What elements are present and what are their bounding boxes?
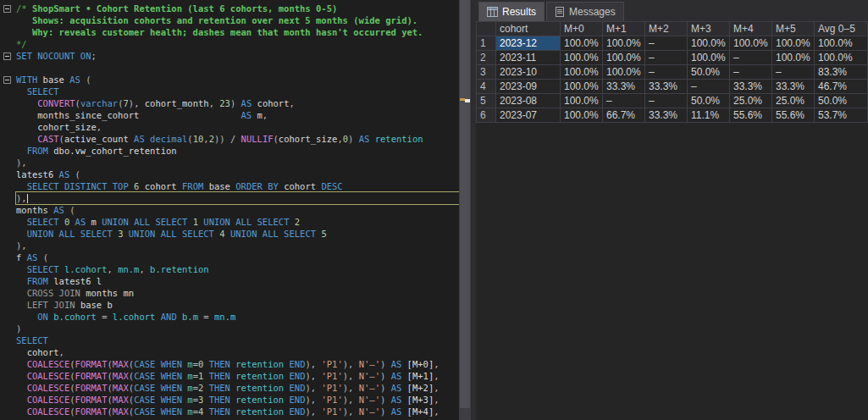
grid-cell-r4-M+2[interactable]: 33.3% [645, 80, 688, 94]
grid-cell-r2-M+4[interactable]: – [730, 51, 772, 65]
grid-cell-r2-cohort[interactable]: 2023-11 [496, 51, 561, 65]
code-line[interactable]: SELECT DISTINCT TOP 6 cohort FROM base O… [16, 180, 459, 192]
row-header-3[interactable]: 3 [477, 65, 496, 80]
grid-cell-r6-Avg 0–5[interactable]: 53.7% [815, 108, 868, 123]
grid-cell-r2-Avg 0–5[interactable]: 100.0% [815, 51, 868, 65]
grid-cell-r3-M+4[interactable]: – [730, 65, 772, 80]
grid-cell-r4-cohort[interactable]: 2023-09 [496, 80, 561, 94]
grid-cell-r5-M+4[interactable]: 25.0% [730, 94, 772, 108]
code-line[interactable]: COALESCE(FORMAT(MAX(CASE WHEN m=2 THEN r… [16, 382, 459, 394]
grid-cell-r1-M+4[interactable]: 100.0% [730, 36, 772, 51]
grid-cell-r5-M+5[interactable]: 25.0% [772, 94, 815, 108]
fold-collapse-icon[interactable] [3, 5, 11, 13]
grid-corner-cell[interactable] [477, 22, 496, 36]
code-line[interactable]: f AS ( [16, 251, 459, 263]
code-line[interactable]: */ [16, 38, 459, 50]
code-line[interactable]: FROM dbo.vw_cohort_retention [16, 145, 459, 157]
code-line[interactable]: ) [16, 323, 459, 334]
code-line[interactable]: COALESCE(FORMAT(MAX(CASE WHEN m=3 THEN r… [16, 394, 459, 406]
grid-cell-r5-M+3[interactable]: 50.0% [688, 94, 730, 108]
grid-cell-r1-cohort[interactable]: 2023-12 [496, 36, 561, 51]
code-line[interactable]: months_since_cohort AS m, [16, 109, 459, 121]
code-line[interactable]: SELECT 0 AS m UNION ALL SELECT 1 UNION A… [16, 216, 459, 228]
grid-cell-r6-M+1[interactable]: 66.7% [603, 108, 645, 123]
grid-cell-r6-M+3[interactable]: 11.1% [688, 108, 730, 123]
scrollbar-thumb[interactable] [460, 0, 470, 408]
grid-cell-r3-M+2[interactable]: – [645, 65, 688, 80]
code-line[interactable]: Why: reveals customer health; dashes mea… [16, 26, 459, 38]
code-line[interactable]: CONVERT(varchar(7), cohort_month, 23) AS… [16, 97, 459, 109]
grid-cell-r4-M+0[interactable]: 100.0% [561, 80, 603, 94]
code-line[interactable]: LEFT JOIN base b [16, 299, 459, 311]
row-header-2[interactable]: 2 [477, 51, 496, 65]
grid-cell-r4-M+3[interactable]: – [688, 80, 730, 94]
grid-cell-r6-M+0[interactable]: 100.0% [561, 108, 603, 123]
grid-cell-r4-M+1[interactable]: 33.3% [603, 80, 645, 94]
grid-cell-r6-cohort[interactable]: 2023-07 [496, 108, 561, 123]
grid-cell-r3-cohort[interactable]: 2023-10 [496, 65, 561, 80]
grid-cell-r3-M+1[interactable]: 100.0% [603, 65, 645, 80]
row-header-5[interactable]: 5 [477, 94, 496, 108]
grid-cell-r1-M+2[interactable]: – [645, 36, 688, 51]
grid-cell-r3-M+3[interactable]: 50.0% [688, 65, 730, 80]
grid-cell-r5-M+0[interactable]: 100.0% [561, 94, 603, 108]
grid-cell-r3-M+0[interactable]: 100.0% [561, 65, 603, 80]
grid-cell-r4-Avg 0–5[interactable]: 46.7% [815, 80, 868, 94]
grid-cell-r5-M+1[interactable]: – [603, 94, 645, 108]
row-header-6[interactable]: 6 [477, 108, 496, 123]
column-header-avg-0–5[interactable]: Avg 0–5 [815, 22, 868, 36]
grid-cell-r6-M+2[interactable]: 33.3% [645, 108, 688, 123]
code-line[interactable]: /* ShopSmart • Cohort Retention (last 6 … [16, 3, 459, 14]
code-line[interactable]: latest6 AS ( [16, 169, 459, 180]
column-header-cohort[interactable]: cohort [496, 22, 561, 36]
editor-vertical-scrollbar[interactable] [459, 0, 471, 420]
tab-messages[interactable]: Messages [546, 2, 624, 21]
grid-cell-r3-Avg 0–5[interactable]: 83.3% [815, 65, 868, 80]
code-line[interactable] [16, 62, 459, 74]
grid-cell-r1-Avg 0–5[interactable]: 100.0% [815, 36, 868, 51]
grid-cell-r4-M+5[interactable]: 33.3% [772, 80, 815, 94]
grid-cell-r2-M+3[interactable]: 100.0% [688, 51, 730, 65]
column-header-m+2[interactable]: M+2 [645, 22, 688, 36]
code-line[interactable]: Shows: acquisition cohorts and retention… [16, 14, 459, 26]
code-line-current[interactable]: ), [16, 192, 459, 204]
grid-cell-r2-M+0[interactable]: 100.0% [561, 51, 603, 65]
code-line[interactable]: months AS ( [16, 204, 459, 216]
grid-cell-r1-M+0[interactable]: 100.0% [561, 36, 603, 51]
grid-cell-r5-cohort[interactable]: 2023-08 [496, 94, 561, 108]
grid-cell-r3-M+5[interactable]: – [772, 65, 815, 80]
code-line[interactable]: FROM latest6 l [16, 275, 459, 287]
grid-cell-r5-Avg 0–5[interactable]: 50.0% [815, 94, 868, 108]
fold-collapse-icon[interactable] [3, 52, 11, 60]
grid-cell-r1-M+1[interactable]: 100.0% [603, 36, 645, 51]
column-header-m+0[interactable]: M+0 [561, 22, 603, 36]
fold-collapse-icon[interactable] [3, 76, 11, 84]
code-line[interactable]: WITH base AS ( [16, 74, 459, 86]
grid-cell-r1-M+3[interactable]: 100.0% [688, 36, 730, 51]
column-header-m+1[interactable]: M+1 [603, 22, 645, 36]
row-header-4[interactable]: 4 [477, 80, 496, 94]
tab-results[interactable]: Results [478, 2, 545, 21]
grid-cell-r5-M+2[interactable]: – [645, 94, 688, 108]
grid-cell-r2-M+1[interactable]: 100.0% [603, 51, 645, 65]
code-line[interactable]: cohort, [16, 346, 459, 358]
code-line[interactable]: SET NOCOUNT ON; [16, 50, 459, 62]
code-line[interactable]: ), [16, 240, 459, 251]
code-line[interactable]: COALESCE(FORMAT(MAX(CASE WHEN m=4 THEN r… [16, 406, 459, 417]
code-line[interactable]: SELECT [16, 334, 459, 346]
code-line[interactable]: SELECT [16, 86, 459, 97]
code-line[interactable]: SELECT l.cohort, mn.m, b.retention [16, 263, 459, 275]
code-line[interactable]: COALESCE(FORMAT(MAX(CASE WHEN m=1 THEN r… [16, 370, 459, 382]
code-line[interactable]: COALESCE(FORMAT(MAX(CASE WHEN m=0 THEN r… [16, 358, 459, 370]
code-line[interactable]: CAST(active_count AS decimal(10,2)) / NU… [16, 133, 459, 145]
column-header-m+4[interactable]: M+4 [730, 22, 772, 36]
code-line[interactable]: ON b.cohort = l.cohort AND b.m = mn.m [16, 311, 459, 323]
code-lines[interactable]: /* ShopSmart • Cohort Retention (last 6 … [14, 0, 459, 420]
code-line[interactable]: CROSS JOIN months mn [16, 287, 459, 299]
code-line[interactable]: ), [16, 157, 459, 169]
column-header-m+3[interactable]: M+3 [688, 22, 730, 36]
grid-cell-r2-M+5[interactable]: 100.0% [772, 51, 815, 65]
row-header-1[interactable]: 1 [477, 36, 496, 51]
code-line[interactable]: cohort_size, [16, 121, 459, 133]
column-header-m+5[interactable]: M+5 [772, 22, 815, 36]
